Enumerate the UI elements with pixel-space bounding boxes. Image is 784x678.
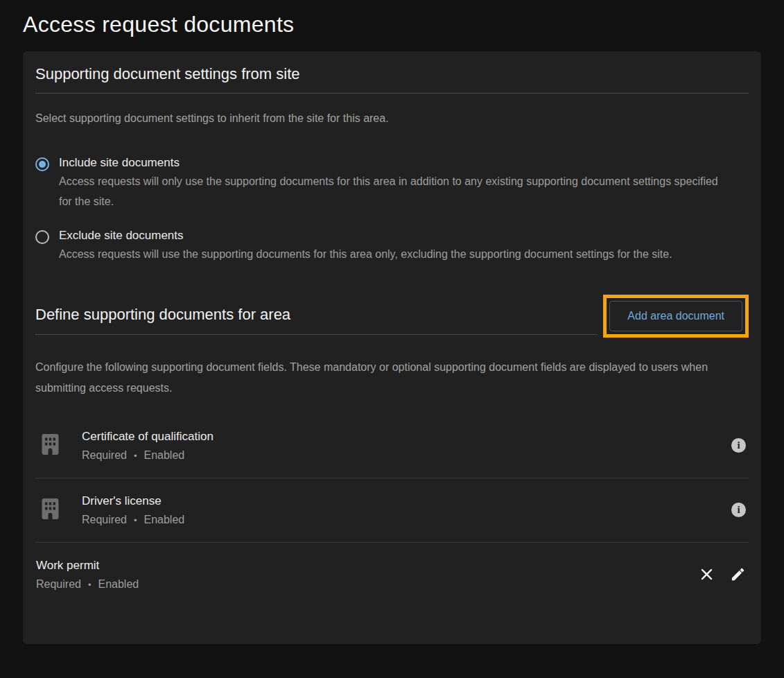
area-documents-heading: Define supporting documents for area (35, 295, 598, 335)
radio-dot (39, 161, 46, 168)
document-status: Required•Enabled (82, 449, 731, 462)
radio-option-exclude-site-documents[interactable]: Exclude site documents Access requests w… (35, 229, 749, 265)
site-settings-heading: Supporting document settings from site (35, 65, 749, 94)
area-documents-header-row: Define supporting documents for area Add… (35, 295, 749, 338)
edit-document-button[interactable] (730, 566, 746, 582)
document-status: Required•Enabled (82, 514, 731, 526)
action-highlight-box: Add area document (603, 295, 749, 338)
radio-button-include-selected[interactable] (35, 157, 49, 171)
radio-description-include: Access requests will only use the suppor… (59, 172, 726, 212)
document-name: Certificate of qualification (82, 430, 731, 444)
document-name: Work permit (36, 559, 700, 573)
page: Access request documents Supporting docu… (0, 0, 784, 644)
edit-icon (730, 566, 746, 582)
document-row-certificate: Certificate of qualification Required•En… (35, 414, 749, 478)
document-status: Required•Enabled (36, 578, 700, 591)
area-documents-description: Configure the following supporting docum… (35, 357, 739, 398)
building-icon (35, 434, 82, 458)
document-row-work-permit: Work permit Required•Enabled (35, 543, 749, 607)
radio-description-exclude: Access requests will use the supporting … (59, 245, 672, 265)
area-documents-section: Define supporting documents for area Add… (35, 295, 749, 606)
remove-document-button[interactable] (700, 568, 713, 581)
settings-panel: Supporting document settings from site S… (23, 51, 761, 644)
document-name: Driver's license (82, 494, 731, 508)
remove-icon (700, 568, 713, 581)
radio-label-exclude[interactable]: Exclude site documents (59, 229, 672, 243)
site-documents-radio-group: Include site documents Access requests w… (35, 156, 749, 264)
page-title: Access request documents (23, 0, 761, 51)
building-icon (35, 498, 82, 522)
radio-button-exclude-unselected[interactable] (35, 230, 49, 244)
info-icon[interactable]: i (731, 438, 746, 453)
add-area-document-button[interactable]: Add area document (609, 301, 742, 331)
info-icon[interactable]: i (731, 503, 746, 517)
site-settings-description: Select supporting document settings to i… (35, 110, 749, 127)
radio-label-include[interactable]: Include site documents (59, 156, 726, 170)
document-list: Certificate of qualification Required•En… (35, 414, 749, 607)
document-row-drivers-license: Driver's license Required•Enabled i (35, 478, 749, 543)
radio-option-include-site-documents[interactable]: Include site documents Access requests w… (35, 156, 749, 212)
